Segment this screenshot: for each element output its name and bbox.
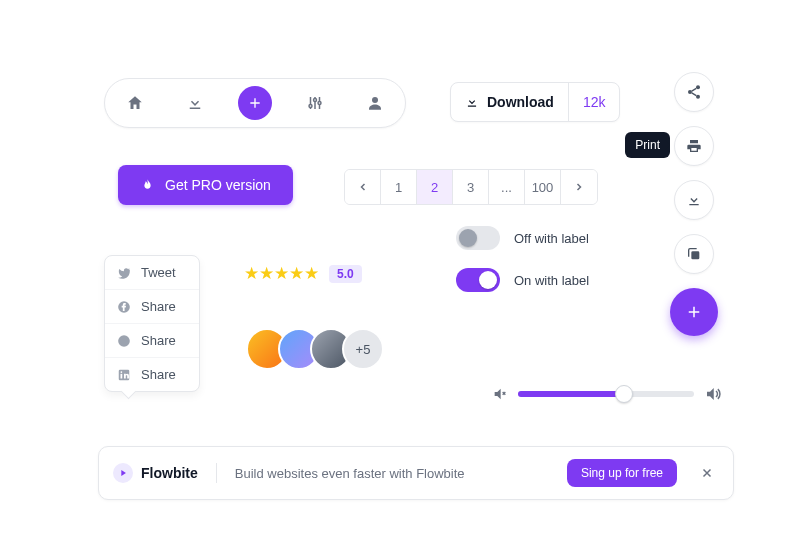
get-pro-button[interactable]: Get PRO version <box>118 165 293 205</box>
share-label: Share <box>141 299 176 314</box>
rail-download-button[interactable] <box>674 180 714 220</box>
svg-point-1 <box>314 99 317 102</box>
page-prev[interactable] <box>345 170 381 204</box>
rail-tooltip: Print <box>625 132 670 158</box>
rail-print-button[interactable] <box>674 126 714 166</box>
plus-icon <box>247 95 263 111</box>
svg-point-6 <box>696 95 700 99</box>
linkedin-icon <box>117 368 131 382</box>
volume-up-icon[interactable] <box>704 385 722 403</box>
get-pro-label: Get PRO version <box>165 177 271 193</box>
avatar-group: +5 <box>246 328 384 370</box>
nav-download[interactable] <box>178 86 212 120</box>
download-icon <box>686 192 702 208</box>
svg-point-0 <box>309 105 312 108</box>
banner-text: Build websites even faster with Flowbite <box>235 466 549 481</box>
nav-home[interactable] <box>118 86 152 120</box>
page-3[interactable]: 3 <box>453 170 489 204</box>
rail-copy-button[interactable] <box>674 234 714 274</box>
user-icon <box>366 94 384 112</box>
svg-point-12 <box>121 371 123 373</box>
share-reddit[interactable]: Share <box>105 324 199 358</box>
plus-icon <box>685 303 703 321</box>
slider-fill <box>518 391 624 397</box>
share-twitter[interactable]: Tweet <box>105 256 199 290</box>
rating-value: 5.0 <box>329 265 362 283</box>
download-icon <box>465 95 479 109</box>
share-icon <box>686 84 702 100</box>
toggle-on-label: On with label <box>514 273 589 288</box>
volume-slider <box>492 385 722 403</box>
action-rail <box>670 72 718 336</box>
avatar-extra[interactable]: +5 <box>342 328 384 370</box>
share-linkedin[interactable]: Share <box>105 358 199 391</box>
nav-profile[interactable] <box>358 86 392 120</box>
svg-point-9 <box>118 335 130 347</box>
svg-point-3 <box>372 97 378 103</box>
banner-cta-button[interactable]: Sing up for free <box>567 459 677 487</box>
share-facebook[interactable]: Share <box>105 290 199 324</box>
share-label: Share <box>141 333 176 348</box>
share-menu: Tweet Share Share Share <box>104 255 200 392</box>
print-icon <box>686 138 702 154</box>
page-ellipsis: ... <box>489 170 525 204</box>
page-100[interactable]: 100 <box>525 170 561 204</box>
reddit-icon <box>117 334 131 348</box>
bottom-nav <box>104 78 406 128</box>
download-button[interactable]: Download 12k <box>450 82 620 122</box>
toggle-off-label: Off with label <box>514 231 589 246</box>
twitter-icon <box>117 266 131 280</box>
sliders-icon <box>306 94 324 112</box>
promo-banner: Flowbite Build websites even faster with… <box>98 446 734 500</box>
page-next[interactable] <box>561 170 597 204</box>
copy-icon <box>686 246 702 262</box>
svg-point-4 <box>696 85 700 89</box>
rating: ★★★★★ 5.0 <box>244 263 362 284</box>
nav-add-button[interactable] <box>238 86 272 120</box>
share-label: Tweet <box>141 265 176 280</box>
chevron-right-icon <box>573 181 585 193</box>
svg-point-2 <box>318 102 321 105</box>
rating-stars: ★★★★★ <box>244 263 319 284</box>
banner-brand-label: Flowbite <box>141 465 198 481</box>
page-1[interactable]: 1 <box>381 170 417 204</box>
rail-fab-button[interactable] <box>670 288 718 336</box>
facebook-icon <box>117 300 131 314</box>
toggle-off[interactable] <box>456 226 500 250</box>
download-label: Download <box>487 94 554 110</box>
share-label: Share <box>141 367 176 382</box>
download-count: 12k <box>568 83 620 121</box>
volume-mute-icon[interactable] <box>492 386 508 402</box>
fire-icon <box>140 178 155 193</box>
slider-track[interactable] <box>518 391 694 397</box>
svg-rect-7 <box>691 251 699 259</box>
chevron-left-icon <box>357 181 369 193</box>
play-icon <box>113 463 133 483</box>
toggle-on[interactable] <box>456 268 500 292</box>
close-icon <box>700 466 714 480</box>
pagination: 1 2 3 ... 100 <box>344 169 598 205</box>
banner-close-button[interactable] <box>695 461 719 485</box>
download-icon <box>186 94 204 112</box>
home-icon <box>126 94 144 112</box>
svg-point-5 <box>688 90 692 94</box>
rail-share-button[interactable] <box>674 72 714 112</box>
page-2[interactable]: 2 <box>417 170 453 204</box>
toggle-group: Off with label On with label <box>456 226 589 292</box>
banner-brand: Flowbite <box>113 463 217 483</box>
svg-rect-11 <box>121 373 123 378</box>
slider-thumb[interactable] <box>615 385 633 403</box>
nav-settings[interactable] <box>298 86 332 120</box>
